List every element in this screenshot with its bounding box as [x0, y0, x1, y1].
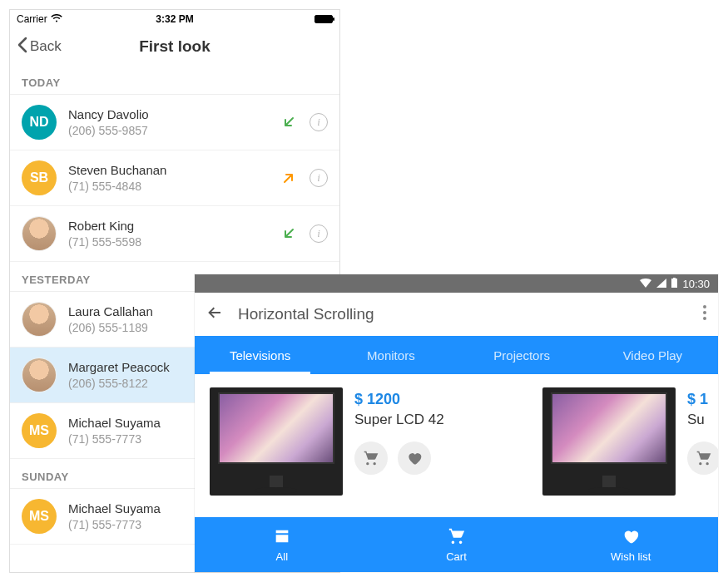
tab-video-play[interactable]: Video Play	[587, 336, 718, 374]
svg-point-2	[703, 305, 706, 308]
wifi-icon	[640, 278, 651, 290]
favorite-button[interactable]	[398, 441, 431, 475]
product-info: $ 1 Su	[687, 387, 718, 496]
avatar: ND	[22, 105, 57, 140]
info-button[interactable]: i	[310, 224, 328, 243]
avatar: MS	[22, 499, 57, 534]
incoming-call-icon	[280, 116, 298, 129]
svg-point-3	[703, 311, 706, 314]
add-to-cart-button[interactable]	[354, 441, 388, 475]
ios-status-bar: Carrier 3:32 PM	[10, 10, 339, 28]
incoming-call-icon	[280, 227, 298, 240]
contact-name: Steven Buchanan	[68, 163, 268, 177]
call-row[interactable]: NDNancy Davolio(206) 555-9857i	[10, 95, 339, 150]
svg-point-4	[703, 317, 706, 320]
name-phone: Steven Buchanan(71) 555-4848	[68, 163, 268, 193]
cart-icon	[448, 527, 466, 548]
page-title: First look	[10, 37, 339, 56]
bottom-nav-cart[interactable]: Cart	[369, 517, 544, 572]
ios-nav-bar: Back First look	[10, 28, 339, 65]
product-price: $ 1200	[354, 391, 526, 408]
contact-name: Nancy Davolio	[68, 107, 268, 121]
avatar	[22, 358, 57, 392]
product-image	[210, 387, 343, 496]
section-header: TODAY	[10, 65, 339, 95]
bottom-nav: AllCartWish list	[195, 517, 718, 572]
product-name: Su	[687, 412, 718, 428]
call-row[interactable]: SBSteven Buchanan(71) 555-4848i	[10, 150, 339, 206]
contact-name: Robert King	[68, 219, 268, 233]
info-button[interactable]: i	[310, 169, 328, 187]
bottom-nav-wish-list[interactable]: Wish list	[543, 517, 718, 572]
contact-phone: (206) 555-9857	[68, 124, 268, 137]
tab-monitors[interactable]: Monitors	[325, 336, 456, 374]
tab-televisions[interactable]: Televisions	[195, 336, 325, 374]
name-phone: Nancy Davolio(206) 555-9857	[68, 107, 268, 137]
product-card[interactable]: $ 1 Su	[542, 387, 718, 496]
signal-icon	[656, 278, 666, 290]
bottom-nav-label: Wish list	[611, 550, 651, 563]
add-to-cart-button[interactable]	[687, 441, 718, 475]
product-info: $ 1200 Super LCD 42	[354, 387, 526, 496]
android-device: 10:30 Horizontal Scrolling TelevisionsMo…	[195, 274, 718, 572]
contact-phone: (71) 555-5598	[68, 235, 268, 249]
product-price: $ 1	[687, 391, 718, 408]
back-arrow-icon[interactable]	[206, 304, 223, 324]
svg-rect-0	[671, 279, 677, 288]
heart-icon	[622, 527, 640, 548]
avatar	[22, 216, 57, 251]
svg-rect-1	[673, 278, 676, 279]
android-app-bar: Horizontal Scrolling	[195, 293, 718, 336]
outgoing-call-icon	[280, 171, 298, 185]
avatar	[22, 302, 57, 337]
product-name: Super LCD 42	[354, 412, 526, 428]
name-phone: Robert King(71) 555-5598	[68, 219, 268, 249]
bottom-nav-all[interactable]: All	[195, 517, 369, 572]
bottom-nav-label: Cart	[446, 550, 467, 563]
info-button[interactable]: i	[310, 113, 328, 131]
contact-phone: (71) 555-4848	[68, 180, 268, 193]
appbar-title: Horizontal Scrolling	[238, 305, 374, 323]
status-time: 3:32 PM	[10, 13, 339, 25]
status-time: 10:30	[682, 278, 710, 290]
product-scroller[interactable]: $ 1200 Super LCD 42 $ 1 Su	[195, 374, 718, 504]
bottom-nav-label: All	[276, 550, 288, 563]
android-status-bar: 10:30	[195, 274, 718, 293]
avatar: MS	[22, 413, 57, 448]
tab-bar: TelevisionsMonitorsProjectorsVideo Play	[195, 336, 718, 374]
battery-icon	[671, 278, 677, 290]
store-icon	[273, 527, 291, 548]
call-row[interactable]: Robert King(71) 555-5598i	[10, 206, 339, 262]
battery-icon	[314, 15, 333, 23]
tab-projectors[interactable]: Projectors	[457, 336, 587, 374]
overflow-menu-icon[interactable]	[703, 305, 706, 323]
product-image	[542, 387, 676, 496]
product-card[interactable]: $ 1200 Super LCD 42	[210, 387, 526, 496]
avatar: SB	[22, 160, 57, 195]
